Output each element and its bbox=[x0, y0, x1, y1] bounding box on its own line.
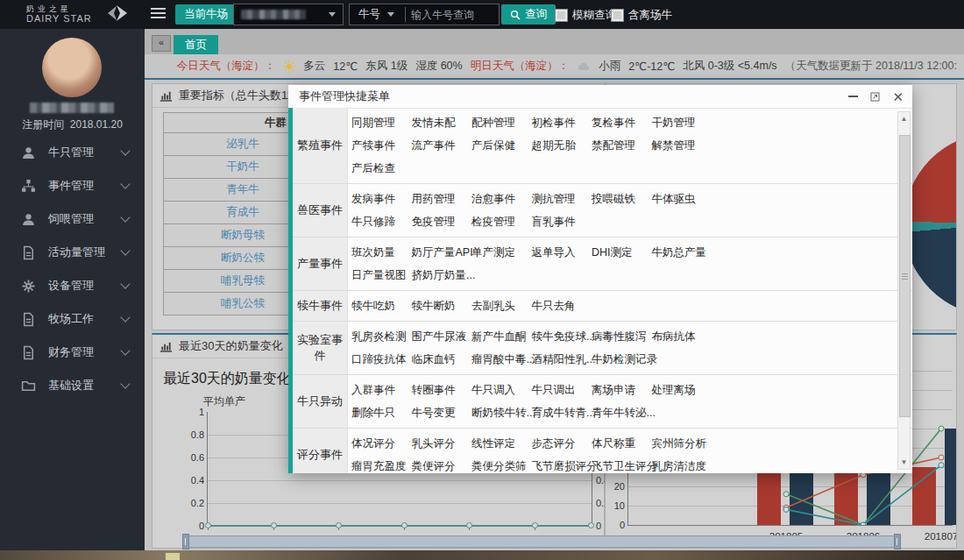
event-menu-item[interactable]: 青年牛转泌... bbox=[592, 406, 652, 421]
event-menu-item[interactable]: 围产牛尿液 bbox=[412, 330, 472, 344]
slider-handle-left[interactable] bbox=[182, 534, 189, 549]
event-menu-item[interactable]: 测抗管理 bbox=[532, 192, 592, 207]
event-menu-item[interactable]: 产后保健 bbox=[471, 138, 532, 153]
event-menu-item[interactable]: 犊牛免疫球... bbox=[532, 330, 592, 344]
checkbox-icon[interactable] bbox=[611, 9, 624, 22]
event-menu-item[interactable]: 乳头评分 bbox=[412, 436, 472, 451]
minimize-button[interactable] bbox=[848, 96, 858, 97]
event-menu-item[interactable]: 初检事件 bbox=[532, 116, 592, 131]
event-menu-item[interactable]: 牛体驱虫 bbox=[652, 192, 712, 207]
event-menu-item[interactable]: 盲乳事件 bbox=[532, 215, 592, 230]
cow-search-input[interactable] bbox=[409, 8, 490, 22]
farm-select[interactable] bbox=[233, 4, 344, 25]
event-menu-item[interactable]: 宾州筛分析 bbox=[652, 436, 712, 451]
event-menu-item[interactable]: 临床血钙 bbox=[412, 352, 472, 367]
sidebar-item-财务管理[interactable]: 财务管理 bbox=[0, 336, 145, 369]
event-menu-item[interactable]: 飞节磨损评分 bbox=[532, 459, 592, 474]
event-menu-item[interactable]: 同期管理 bbox=[351, 116, 412, 131]
tab-home[interactable]: 首页 bbox=[174, 35, 218, 54]
event-menu-item[interactable]: DHI测定 bbox=[592, 245, 652, 260]
event-menu-item[interactable]: 犊牛断奶 bbox=[412, 299, 472, 314]
event-menu-item[interactable]: 发情未配 bbox=[412, 116, 472, 131]
event-menu-item[interactable]: 返单导入 bbox=[532, 245, 592, 260]
event-menu-item[interactable]: 删除牛只 bbox=[351, 406, 412, 421]
event-menu-item[interactable]: 牛只调出 bbox=[532, 383, 592, 398]
event-menu-item[interactable]: 去副乳头 bbox=[471, 299, 532, 314]
event-menu-item[interactable]: 病毒性腹泻 bbox=[592, 330, 652, 344]
sidebar-item-饲喂管理[interactable]: 饲喂管理 bbox=[0, 202, 145, 236]
event-menu-item[interactable]: 挤奶厅奶量... bbox=[412, 268, 472, 283]
event-menu-item[interactable]: 线性评定 bbox=[471, 436, 532, 451]
event-menu-item[interactable]: 流产事件 bbox=[412, 138, 472, 153]
include-departed-checkbox[interactable]: 含离场牛 bbox=[611, 8, 672, 23]
checkbox-icon[interactable] bbox=[555, 9, 568, 22]
fuzzy-query-checkbox[interactable]: 模糊查询 bbox=[555, 8, 616, 23]
event-menu-item[interactable]: 离场申请 bbox=[592, 383, 652, 398]
event-menu-item[interactable]: 班次奶量 bbox=[351, 245, 412, 260]
event-menu-item[interactable]: 步态评分 bbox=[532, 436, 592, 451]
event-menu-item[interactable]: 体尺称重 bbox=[592, 436, 652, 451]
event-menu-item[interactable]: 入群事件 bbox=[351, 383, 412, 398]
cow-no-label[interactable]: 牛号 bbox=[358, 7, 380, 22]
chevron-down-icon[interactable] bbox=[387, 12, 394, 17]
event-menu-item[interactable]: 干奶管理 bbox=[652, 116, 712, 131]
event-menu-item[interactable]: 复检事件 bbox=[592, 116, 652, 131]
sidebar-item-活动量管理[interactable]: 活动量管理 bbox=[0, 236, 145, 269]
avatar[interactable] bbox=[42, 38, 102, 97]
event-menu-item[interactable]: 超期无胎 bbox=[532, 138, 592, 153]
event-menu-item[interactable]: 牛号变更 bbox=[412, 406, 472, 421]
event-menu-item[interactable]: 免疫管理 bbox=[412, 215, 472, 230]
event-menu-item[interactable]: 牛奶检测记录 bbox=[592, 352, 652, 367]
event-menu-item[interactable]: 解禁管理 bbox=[652, 138, 712, 153]
event-menu-item[interactable]: 瘤胃充盈度 bbox=[351, 459, 412, 474]
event-menu-item[interactable]: 粪便评分 bbox=[412, 459, 472, 474]
event-menu-item[interactable]: 产犊事件 bbox=[351, 138, 412, 153]
sidebar-item-牧场工作[interactable]: 牧场工作 bbox=[0, 302, 145, 336]
event-menu-item[interactable]: 投喂磁铁 bbox=[592, 192, 652, 207]
event-menu-item[interactable]: 布病抗体 bbox=[652, 330, 712, 344]
current-farm-button[interactable]: 当前牛场 bbox=[175, 4, 237, 25]
event-menu-item[interactable]: 粪便分类筛 bbox=[471, 459, 532, 474]
event-menu-item[interactable]: 体况评分 bbox=[351, 436, 412, 451]
scroll-down-icon[interactable]: ▼ bbox=[898, 457, 910, 468]
event-menu-item[interactable]: 犊牛吃奶 bbox=[351, 299, 412, 314]
event-menu-item[interactable]: 奶厅产量API bbox=[412, 245, 472, 260]
event-menu-item[interactable]: 育成牛转青... bbox=[532, 406, 592, 421]
event-menu-item[interactable]: 牛只修蹄 bbox=[351, 215, 412, 230]
scroll-up-icon[interactable]: ▲ bbox=[898, 113, 910, 124]
event-menu-item[interactable]: 乳房清洁度 bbox=[652, 459, 712, 474]
event-menu-item[interactable]: 日产量视图 bbox=[351, 268, 412, 283]
event-menu-item[interactable]: 瘤胃酸中毒... bbox=[471, 352, 532, 367]
event-menu-item[interactable]: 飞节卫生评分 bbox=[592, 459, 652, 474]
close-icon[interactable]: ✕ bbox=[892, 90, 904, 103]
dialog-scrollbar[interactable]: ▲ ▼ bbox=[897, 111, 911, 470]
search-button[interactable]: 查询 bbox=[501, 4, 556, 25]
scroll-thumb[interactable] bbox=[899, 135, 911, 417]
event-menu-item[interactable]: 口蹄疫抗体 bbox=[351, 352, 412, 367]
sidebar-item-事件管理[interactable]: 事件管理 bbox=[0, 169, 145, 202]
hamburger-icon[interactable] bbox=[151, 8, 166, 20]
maximize-button[interactable] bbox=[870, 92, 880, 102]
event-menu-item[interactable]: 新产牛血酮 bbox=[471, 330, 532, 344]
event-menu-item[interactable]: 牛只去角 bbox=[532, 299, 592, 314]
slider-handle-right[interactable] bbox=[894, 534, 901, 549]
event-menu-item[interactable]: 牛只调入 bbox=[471, 383, 532, 398]
event-menu-item[interactable]: 检疫管理 bbox=[471, 215, 532, 230]
event-menu-item[interactable]: 禁配管理 bbox=[592, 138, 652, 153]
event-menu-item[interactable]: 配种管理 bbox=[471, 116, 532, 131]
event-menu-item[interactable]: 处理离场 bbox=[652, 383, 712, 398]
event-menu-item[interactable]: 发病事件 bbox=[351, 192, 412, 207]
sidebar-item-设备管理[interactable]: 设备管理 bbox=[0, 269, 145, 302]
data-zoom-slider[interactable] bbox=[182, 535, 901, 548]
event-menu-item[interactable]: 转圈事件 bbox=[412, 383, 472, 398]
event-menu-item[interactable]: 酒精阳性乳... bbox=[532, 352, 592, 367]
event-menu-item[interactable]: 单产测定 bbox=[471, 245, 532, 260]
sidebar-item-基础设置[interactable]: 基础设置 bbox=[0, 369, 145, 402]
collapse-tabs-button[interactable]: « bbox=[152, 35, 171, 52]
event-menu-item[interactable]: 用药管理 bbox=[412, 192, 472, 207]
event-menu-item[interactable]: 牛奶总产量 bbox=[652, 245, 712, 260]
event-menu-item[interactable]: 断奶犊牛转... bbox=[471, 406, 532, 421]
event-menu-item[interactable]: 产后检查 bbox=[351, 161, 412, 176]
event-menu-item[interactable]: 乳房炎检测 bbox=[351, 330, 412, 344]
sidebar-item-牛只管理[interactable]: 牛只管理 bbox=[0, 136, 145, 169]
